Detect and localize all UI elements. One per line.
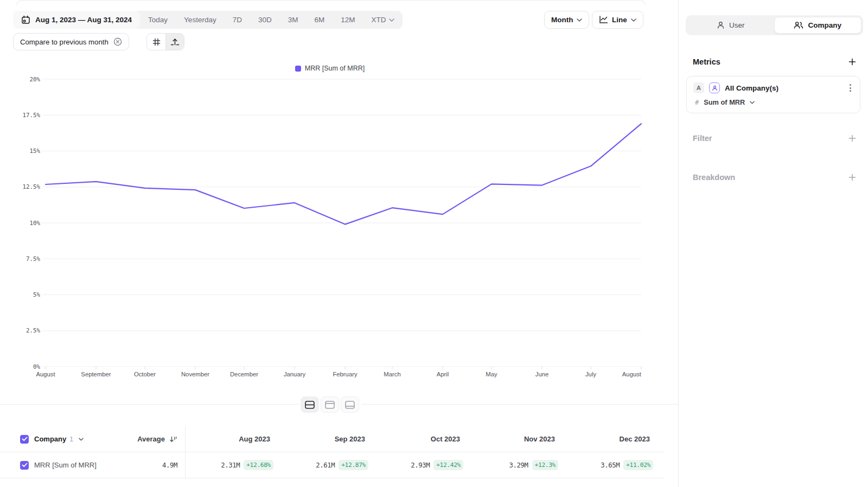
sort-icon <box>169 435 177 443</box>
value-cell: 2.31M+12.68% <box>186 460 280 470</box>
column-header[interactable]: Oct 2023 <box>375 435 470 443</box>
average-header[interactable]: Average <box>137 435 177 443</box>
add-breakdown-button[interactable] <box>847 172 857 182</box>
table-header-left: Company 1 Average <box>0 426 185 452</box>
preset-today-button[interactable]: Today <box>140 11 176 29</box>
filter-title: Filter <box>693 134 712 143</box>
tab-user[interactable]: User <box>687 17 774 34</box>
metric-aggregation-row[interactable]: # Sum of MRR <box>693 98 853 106</box>
chevron-down-icon <box>750 101 755 104</box>
x-axis-tick-label: November <box>181 371 209 377</box>
value-cell: 2.61M+12.87% <box>280 460 375 470</box>
chevron-down-icon <box>577 18 582 22</box>
row-left-cell: MRR [Sum of MRR]4.9M <box>0 452 185 478</box>
value-cell: 2.93M+12.42% <box>375 460 470 470</box>
tab-company[interactable]: Company <box>774 17 862 34</box>
date-range-label: Aug 1, 2023 — Aug 31, 2024 <box>35 16 132 24</box>
entity-column-label[interactable]: Company <box>34 435 66 443</box>
breakdown-section: Breakdown <box>693 172 857 183</box>
chevron-down-icon <box>389 18 394 22</box>
column-header[interactable]: Aug 2023 <box>186 435 280 443</box>
metric-menu-button[interactable] <box>847 82 853 94</box>
column-header[interactable]: Nov 2023 <box>470 435 565 443</box>
x-axis-tick-label: January <box>284 371 306 377</box>
chevron-down-icon <box>631 18 636 22</box>
preset-xtd-label: XTD <box>371 16 386 24</box>
x-axis-tick-label: March <box>384 371 400 377</box>
y-axis-tick-label: 2.5% <box>26 327 41 334</box>
preset-6m-button[interactable]: 6M <box>306 11 333 29</box>
chart-type-dropdown[interactable]: Line <box>592 11 643 29</box>
table-row[interactable]: MRR [Sum of MRR]4.9M2.31M+12.68%2.61M+12… <box>0 452 664 478</box>
grid-icon <box>152 38 161 46</box>
preset-30d-button[interactable]: 30D <box>250 11 280 29</box>
events-toggle-button[interactable] <box>165 34 184 50</box>
select-all-checkbox[interactable] <box>20 435 29 444</box>
filter-section: Filter <box>693 133 857 144</box>
config-sidebar: User Company Metrics A <box>678 0 868 487</box>
x-axis-tick-label: August <box>622 371 642 377</box>
delta-badge: +12.42% <box>433 460 463 470</box>
preset-buttons: TodayYesterday7D30D3M6M12M <box>140 11 363 29</box>
card-top-edge <box>16 0 646 5</box>
column-header[interactable]: Sep 2023 <box>280 435 375 443</box>
value-cell: 3.65M+11.02% <box>565 460 660 470</box>
delta-badge: +12.68% <box>244 460 273 470</box>
hash-icon: # <box>695 99 699 106</box>
series-line <box>46 124 641 224</box>
line-chart[interactable]: 0%2.5%5%7.5%10%12.5%15%17.5%20%AugustSep… <box>0 0 678 385</box>
layout-top-icon <box>325 401 335 409</box>
granularity-dropdown[interactable]: Month <box>544 11 589 29</box>
breakdown-table: Company 1 Average Aug 2023Sep 202 <box>0 426 664 478</box>
legend-item[interactable]: MRR [Sum of MRR] <box>295 65 365 72</box>
arrow-up-from-line-icon <box>170 37 180 46</box>
layout-bottom-icon <box>345 401 355 409</box>
layout-chart-only-button[interactable] <box>321 396 339 413</box>
entity-tabs: User Company <box>686 15 863 35</box>
preset-xtd-button[interactable]: XTD <box>363 11 403 29</box>
layout-split-icon <box>305 401 315 409</box>
analytics-dashboard: Aug 1, 2023 — Aug 31, 2024 TodayYesterda… <box>0 0 868 487</box>
line-chart-icon <box>599 16 608 24</box>
y-axis-tick-label: 12.5% <box>22 183 40 190</box>
grid-toggle-button[interactable] <box>147 34 165 50</box>
x-axis-tick-label: May <box>486 371 497 377</box>
tab-company-label: Company <box>808 21 841 29</box>
preset-7d-button[interactable]: 7D <box>225 11 250 29</box>
x-axis-tick-label: December <box>230 371 258 377</box>
x-axis-tick-label: August <box>36 371 55 377</box>
compare-chip-label: Compare to previous month <box>20 38 108 46</box>
y-axis-tick-label: 15% <box>29 148 40 155</box>
layout-table-only-button[interactable] <box>341 396 359 413</box>
chart-type-label: Line <box>612 16 627 24</box>
y-axis-tick-label: 7.5% <box>26 255 41 262</box>
main-content: Aug 1, 2023 — Aug 31, 2024 TodayYesterda… <box>0 0 678 487</box>
date-range-button[interactable]: Aug 1, 2023 — Aug 31, 2024 <box>13 11 140 29</box>
metrics-title: Metrics <box>693 57 720 66</box>
tab-user-label: User <box>729 21 745 29</box>
x-axis-tick-label: October <box>134 371 156 377</box>
company-icon <box>794 21 803 29</box>
x-axis-tick-label: September <box>81 371 111 377</box>
metric-card-header: A All Company(s) <box>693 82 853 94</box>
row-name: MRR [Sum of MRR] <box>34 461 97 469</box>
metric-card[interactable]: A All Company(s) # Sum of MRR <box>686 76 860 113</box>
preset-3m-button[interactable]: 3M <box>280 11 307 29</box>
preset-12m-button[interactable]: 12M <box>333 11 363 29</box>
preset-yesterday-button[interactable]: Yesterday <box>176 11 225 29</box>
layout-split-button[interactable] <box>301 396 319 413</box>
compare-chip[interactable]: Compare to previous month <box>13 33 129 50</box>
chevron-down-icon[interactable] <box>79 438 84 441</box>
remove-compare-icon[interactable] <box>113 37 122 46</box>
cell-value: 2.61M <box>316 462 335 469</box>
column-header[interactable]: Dec 2023 <box>565 435 660 443</box>
row-checkbox[interactable] <box>20 461 29 470</box>
table-header-row: Company 1 Average Aug 2023Sep 202 <box>0 426 664 452</box>
y-axis-tick-label: 20% <box>29 76 40 83</box>
add-filter-button[interactable] <box>847 133 857 143</box>
aggregation-label: Sum of MRR <box>704 98 745 106</box>
user-icon <box>717 21 725 29</box>
y-axis-tick-label: 0% <box>33 363 41 370</box>
metric-name: All Company(s) <box>725 84 778 92</box>
add-metric-button[interactable] <box>847 57 857 67</box>
